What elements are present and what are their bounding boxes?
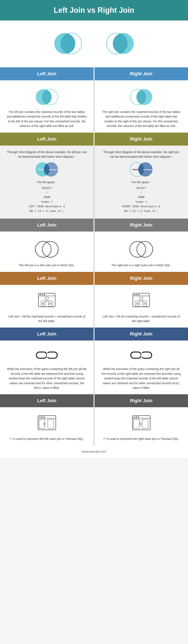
section2-right-venn: teams developer — [101, 161, 182, 178]
section4: Left Join Right Join — [0, 272, 188, 328]
svg-point-35 — [42, 294, 43, 295]
svg-rect-76 — [132, 416, 150, 430]
left-join-venn-large — [50, 31, 86, 57]
section1-left-header: Left Join — [0, 67, 94, 80]
section1-content-row: The left join contains the matched recor… — [0, 80, 188, 132]
footer-text: www.educba.com — [82, 450, 106, 453]
section2-left-query-label: For the query - — [6, 180, 87, 184]
svg-point-50 — [136, 294, 138, 295]
svg-marker-74 — [43, 422, 45, 426]
section3-left-header: Left Join — [0, 218, 94, 232]
section2-left-header: Left Join — [0, 132, 94, 146]
svg-rect-56 — [136, 301, 140, 303]
section2-right-query-label: For the query - — [101, 180, 182, 184]
section4-right-text: Left Join = All the matching records + u… — [101, 314, 182, 324]
section1-left-text: The left join contains the matched recor… — [6, 110, 87, 128]
section2-right-content: Through Venn diagram of the above exampl… — [94, 146, 188, 219]
svg-point-79 — [136, 416, 137, 418]
section1: Left Join Right Join The left join conta… — [0, 67, 188, 132]
section6-left-header: Left Join — [0, 394, 94, 407]
section2-left-intro: Through Venn diagram of the above exampl… — [6, 150, 87, 159]
svg-rect-52 — [140, 297, 143, 299]
svg-text:developer: developer — [143, 168, 152, 171]
section6-right-header: Right Join — [94, 394, 188, 407]
svg-point-36 — [44, 294, 45, 295]
svg-point-28 — [35, 241, 51, 257]
right-join-venn-large — [102, 31, 138, 57]
section3-content-row: The left join is a left outer join in AN… — [0, 232, 188, 272]
section5-right-icon — [101, 348, 182, 364]
section1-left-content: The left join contains the matched recor… — [0, 80, 94, 132]
section2-left-query: SELECT*FROMteams tLEFT JOIN developers d… — [6, 186, 87, 214]
section4-left-text: Left Join = All the matching records + u… — [6, 314, 87, 324]
svg-rect-42 — [48, 301, 52, 303]
section5-content-row: While the execution of the query contain… — [0, 340, 188, 394]
section6-left-icon — [6, 414, 87, 434]
section6-right-icon — [101, 414, 182, 434]
section5-header-row: Left Join Right Join — [0, 328, 188, 340]
section5-left-icon — [6, 348, 87, 364]
footer: www.educba.com — [0, 446, 188, 458]
section4-content-row: Left Join = All the matching records + u… — [0, 285, 188, 328]
svg-rect-62 — [36, 352, 47, 358]
section4-right-content: Left Join = All the matching records + u… — [94, 285, 188, 328]
svg-text:teams: teams — [132, 168, 139, 171]
svg-point-49 — [134, 294, 135, 295]
section3-left-text: The left join is a left outer join in AN… — [6, 263, 87, 268]
section2: Left Join Right Join Through Venn diagra… — [0, 132, 188, 219]
svg-rect-75 — [48, 420, 54, 428]
section3-right-venn — [101, 239, 182, 260]
section2-left-content: Through Venn diagram of the above exampl… — [0, 146, 94, 219]
section4-left-content: Left Join = All the matching records + u… — [0, 285, 94, 328]
section4-left-icon — [6, 292, 87, 311]
section1-left-venn — [6, 88, 87, 106]
svg-point-34 — [40, 294, 41, 295]
svg-rect-65 — [131, 352, 141, 358]
section6-left-content: *= is used to represent the left outer j… — [0, 407, 94, 445]
svg-point-80 — [138, 416, 139, 418]
section5-right-header: Right Join — [94, 328, 188, 340]
top-venn-section — [0, 20, 188, 67]
svg-rect-83 — [142, 420, 148, 428]
section1-right-content: The right join contains the matched reco… — [94, 80, 188, 132]
section3-right-content: The right join is a right outer join in … — [94, 232, 188, 272]
section6-left-text: *= is used to represent the left outer j… — [6, 436, 87, 441]
section6-header-row: Left Join Right Join — [0, 394, 188, 407]
section3-right-header: Right Join — [94, 218, 188, 232]
svg-text:developer: developer — [49, 168, 58, 171]
section4-header-row: Left Join Right Join — [0, 272, 188, 285]
svg-marker-82 — [139, 422, 141, 426]
svg-rect-57 — [143, 301, 147, 303]
svg-point-78 — [134, 416, 135, 418]
section3-left-content: The left join is a left outer join in AN… — [0, 232, 94, 272]
svg-point-31 — [137, 241, 153, 257]
svg-point-29 — [42, 241, 58, 257]
svg-rect-37 — [45, 297, 48, 299]
section5-left-header: Left Join — [0, 328, 94, 340]
svg-rect-67 — [141, 353, 143, 357]
svg-rect-64 — [47, 353, 49, 357]
section3: Left Join Right Join The left join is a … — [0, 218, 188, 272]
section4-right-icon — [101, 292, 182, 311]
section2-right-header: Right Join — [94, 132, 188, 146]
svg-rect-41 — [41, 301, 45, 303]
section4-right-header: Right Join — [94, 272, 188, 285]
section4-left-header: Left Join — [0, 272, 94, 285]
section1-right-venn — [101, 88, 182, 106]
section6-right-text: =* is used to represent the right outer … — [101, 436, 182, 441]
svg-point-72 — [43, 416, 45, 418]
section6-content-row: *= is used to represent the left outer j… — [0, 407, 188, 445]
svg-point-70 — [39, 416, 40, 418]
section3-left-venn — [6, 239, 87, 260]
svg-point-71 — [41, 416, 43, 418]
section1-right-header: Right Join — [94, 67, 188, 80]
section2-left-venn: teams developer — [6, 161, 87, 178]
svg-rect-81 — [134, 420, 139, 428]
section6: Left Join Right Join — [0, 394, 188, 445]
svg-point-51 — [138, 294, 140, 295]
section6-right-content: =* is used to represent the right outer … — [94, 407, 188, 445]
section5-left-text: While the execution of the query contain… — [6, 367, 87, 390]
section2-right-query: SELECT*FROMteams tRIGHT JOIN developers … — [101, 186, 182, 214]
svg-text:teams: teams — [38, 168, 44, 171]
section2-header-row: Left Join Right Join — [0, 132, 188, 146]
